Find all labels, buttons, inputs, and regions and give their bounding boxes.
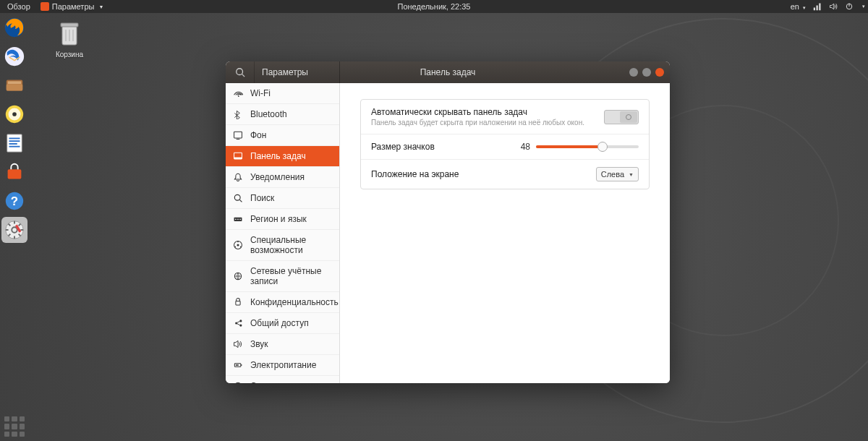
setting-position-row: Положение на экране Слева ▼ <box>361 160 649 189</box>
sidebar-item-10[interactable]: Общий доступ <box>226 313 339 334</box>
keyboard-layout-indicator[interactable]: en ▾ <box>791 2 806 11</box>
sidebar-item-7[interactable]: Специальные возможности <box>226 230 339 261</box>
setting-autohide-row: Автоматически скрывать панель задач Пане… <box>361 100 649 134</box>
activities-button[interactable]: Обзор <box>3 2 35 11</box>
sidebar-item-label: Электропитание <box>250 360 316 370</box>
sidebar-item-2[interactable]: Фон <box>226 125 339 146</box>
dock-libreoffice-writer[interactable] <box>1 130 27 156</box>
trash-desktop-icon[interactable]: Корзина <box>48 20 91 59</box>
svg-text:?: ? <box>11 194 18 208</box>
dock-files[interactable] <box>1 72 27 98</box>
slider-handle[interactable] <box>597 142 608 152</box>
svg-point-35 <box>238 95 239 97</box>
sidebar-item-icon <box>233 109 243 119</box>
sidebar-item-6[interactable]: Регион и язык <box>226 209 339 230</box>
sidebar-item-icon <box>233 214 243 224</box>
network-icon[interactable] <box>813 2 822 11</box>
sidebar-item-label: Звук <box>250 339 268 349</box>
volume-icon[interactable] <box>829 2 838 11</box>
chevron-down-icon: ▼ <box>98 4 103 9</box>
sidebar-item-5[interactable]: Поиск <box>226 188 339 209</box>
svg-point-53 <box>239 320 242 322</box>
svg-rect-36 <box>234 132 242 138</box>
sidebar-item-icon <box>233 172 243 182</box>
svg-point-42 <box>235 219 237 220</box>
svg-rect-15 <box>8 169 22 179</box>
sidebar-item-1[interactable]: Bluetooth <box>226 104 339 125</box>
svg-rect-6 <box>7 84 23 90</box>
sidebar-item-icon <box>233 88 243 98</box>
dock-thunderbird[interactable] <box>1 43 27 69</box>
sidebar-search-button[interactable] <box>226 61 255 83</box>
sidebar-item-3[interactable]: Панель задач <box>226 146 339 167</box>
svg-rect-14 <box>9 146 20 147</box>
svg-point-54 <box>239 325 242 327</box>
svg-point-43 <box>237 219 239 220</box>
top-panel: Обзор Параметры ▼ Понедельник, 22:35 en … <box>0 0 868 13</box>
svg-rect-5 <box>8 81 22 84</box>
sidebar-item-label: Панель задач <box>250 151 306 161</box>
icon-size-label: Размер значков <box>371 142 516 152</box>
svg-point-46 <box>237 244 239 246</box>
svg-rect-38 <box>234 158 242 159</box>
svg-point-33 <box>236 69 242 75</box>
sidebar-item-13[interactable]: Сеть <box>226 376 339 383</box>
window-close-button[interactable] <box>655 68 664 77</box>
chevron-down-icon: ▼ <box>629 172 634 177</box>
power-icon[interactable] <box>845 2 854 11</box>
svg-rect-29 <box>61 23 78 27</box>
sidebar-item-label: Уведомления <box>250 172 305 182</box>
app-menu[interactable]: Параметры ▼ <box>41 2 104 11</box>
dock-settings[interactable] <box>1 217 27 243</box>
sidebar-item-icon <box>233 240 243 250</box>
svg-line-56 <box>237 324 240 325</box>
dock-help[interactable]: ? <box>1 188 27 214</box>
position-label: Положение на экране <box>371 169 596 179</box>
svg-rect-58 <box>241 364 242 366</box>
sidebar-item-11[interactable]: Звук <box>226 334 339 355</box>
system-indicators[interactable]: en ▾ ▾ <box>791 2 865 11</box>
setting-icon-size-row: Размер значков 48 <box>361 134 649 160</box>
sidebar-item-4[interactable]: Уведомления <box>226 167 339 188</box>
svg-point-9 <box>12 112 17 116</box>
sidebar-item-label: Общий доступ <box>250 318 309 328</box>
sidebar-item-icon <box>233 339 243 349</box>
sidebar-item-0[interactable]: Wi-Fi <box>226 83 339 104</box>
svg-rect-59 <box>236 364 239 366</box>
dock-software[interactable] <box>1 159 27 185</box>
window-minimize-button[interactable] <box>629 68 638 77</box>
trash-label: Корзина <box>48 51 91 59</box>
autohide-title: Автоматически скрывать панель задач <box>371 107 604 117</box>
sidebar-item-8[interactable]: Сетевые учётные записи <box>226 261 339 292</box>
clock[interactable]: Понедельник, 22:35 <box>398 2 471 11</box>
sidebar-item-label: Регион и язык <box>250 214 307 224</box>
settings-app-icon <box>41 2 49 11</box>
autohide-subtitle: Панель задач будет скрыта при наложении … <box>371 119 604 127</box>
sidebar-item-icon <box>233 193 243 203</box>
sidebar-title: Параметры <box>255 67 339 77</box>
sidebar-item-12[interactable]: Электропитание <box>226 355 339 376</box>
svg-point-44 <box>239 219 241 220</box>
svg-point-47 <box>237 241 239 242</box>
sidebar-item-label: Поиск <box>250 193 274 203</box>
sidebar-item-9[interactable]: Конфиденциальность <box>226 292 339 313</box>
icon-size-value: 48 <box>516 142 530 152</box>
icon-size-slider[interactable] <box>536 145 639 148</box>
sidebar-item-label: Сетевые учётные записи <box>250 266 332 286</box>
sidebar-item-label: Сеть <box>250 381 270 383</box>
position-value: Слева <box>601 170 624 179</box>
window-maximize-button[interactable] <box>642 68 651 77</box>
dock-firefox[interactable] <box>1 14 27 40</box>
dock-rhythmbox[interactable] <box>1 101 27 127</box>
window-titlebar[interactable]: Параметры Панель задач <box>226 61 670 83</box>
sidebar-item-icon <box>233 318 243 328</box>
sidebar-item-icon <box>233 297 243 307</box>
settings-group: Автоматически скрывать панель задач Пане… <box>360 99 650 189</box>
autohide-toggle[interactable] <box>604 110 639 124</box>
svg-line-40 <box>239 200 242 202</box>
sidebar-item-icon <box>233 151 243 161</box>
settings-content: Автоматически скрывать панель задач Пане… <box>340 83 670 383</box>
position-dropdown[interactable]: Слева ▼ <box>596 167 639 181</box>
show-applications-button[interactable] <box>4 416 25 437</box>
dock: ? <box>1 14 27 243</box>
